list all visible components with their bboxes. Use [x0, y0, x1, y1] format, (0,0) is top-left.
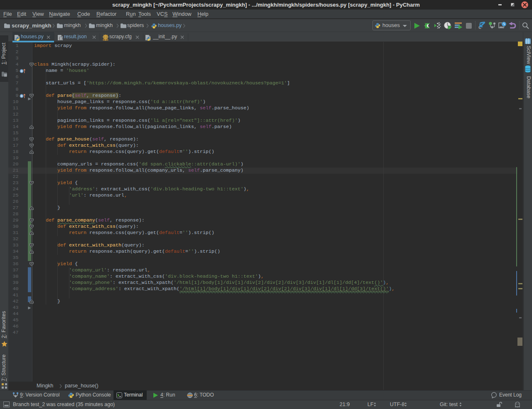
- svg-text:{}: {}: [59, 37, 63, 41]
